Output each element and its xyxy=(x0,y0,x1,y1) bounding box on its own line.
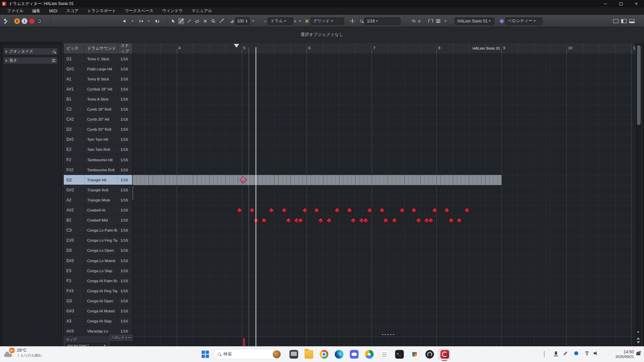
playhead-line[interactable] xyxy=(256,47,256,350)
auto-scroll-button[interactable] xyxy=(138,17,145,25)
drum-note[interactable] xyxy=(399,207,405,213)
drum-note[interactable] xyxy=(416,217,422,223)
row-sound[interactable]: Tambourine Hit xyxy=(85,155,118,165)
acoustic-feedback-button[interactable] xyxy=(121,17,129,25)
drum-row[interactable]: C2Cymb 18" Roll1/16 xyxy=(64,105,132,115)
length-section-header[interactable]: 長さ xyxy=(3,57,58,64)
taskbar-discord-button[interactable] xyxy=(350,350,359,359)
row-snap[interactable]: 1/16 xyxy=(118,306,132,316)
left-zone-toggle-icon[interactable] xyxy=(621,19,627,23)
drum-note[interactable] xyxy=(285,217,291,223)
dropdown-arrow-icon[interactable] xyxy=(131,20,133,22)
mute-tool[interactable] xyxy=(202,17,209,25)
double-arrow-icon[interactable]: » xyxy=(294,19,296,23)
drumstick-tool[interactable] xyxy=(177,17,185,25)
taskbar-notes-button[interactable] xyxy=(380,350,389,359)
taskbar-terminal-button[interactable] xyxy=(395,350,404,359)
row-sound[interactable]: Toms A Stick xyxy=(85,94,118,104)
row-sound[interactable]: Tambourine Roll xyxy=(85,165,118,175)
timeline-ruler[interactable]: HALion Sonic 01 4567891011 xyxy=(132,43,636,54)
snap-on-off-icon[interactable] xyxy=(305,19,309,23)
row-snap[interactable]: 1/16 xyxy=(118,105,132,114)
row-sound[interactable]: Tam Tam Roll xyxy=(85,145,118,155)
row-sound[interactable]: Conga Lo Open xyxy=(85,246,118,255)
line-tool[interactable] xyxy=(218,17,225,25)
drum-row[interactable]: E3Conga Lo Slap1/16 xyxy=(64,266,132,276)
solo-editor-button[interactable]: S xyxy=(14,18,20,24)
row-sound[interactable]: Triangle Roll xyxy=(85,185,118,195)
tray-app-button[interactable] xyxy=(574,351,578,355)
row-snap[interactable]: 1/16 xyxy=(118,316,132,326)
drum-row[interactable]: B1Toms A Stick1/16 xyxy=(64,94,132,104)
row-sound[interactable]: Cymb 18" Roll xyxy=(85,105,118,114)
drum-note[interactable] xyxy=(281,207,287,213)
drum-row[interactable]: G3Conga Hi Open1/16 xyxy=(64,296,132,306)
drum-note[interactable] xyxy=(261,217,267,223)
close-button[interactable]: × xyxy=(629,0,644,7)
taskbar-edge-button[interactable] xyxy=(334,350,344,359)
maximize-button[interactable] xyxy=(613,0,629,7)
row-snap[interactable]: 1/16 xyxy=(118,296,132,306)
drum-row[interactable]: B2Cowbell Mid1/16 xyxy=(64,216,132,226)
iterative-quantize-button[interactable]: % xyxy=(412,19,416,23)
drum-note[interactable] xyxy=(326,217,332,223)
row-sound[interactable]: Conga Lo Fing Tap xyxy=(85,236,118,245)
drum-note[interactable] xyxy=(464,207,470,213)
row-snap[interactable]: 1/16 xyxy=(118,246,132,255)
menu-item[interactable]: マニュアル xyxy=(187,7,216,14)
part-borders-icon[interactable] xyxy=(428,19,433,23)
drum-row[interactable]: G#2Triangle Roll1/16 xyxy=(64,185,132,195)
drum-note[interactable] xyxy=(379,207,385,213)
grid-layout-icon[interactable] xyxy=(613,19,619,23)
row-sound[interactable]: Triangle Mute xyxy=(85,195,118,205)
drum-note[interactable] xyxy=(318,217,324,223)
drum-note[interactable] xyxy=(428,217,434,223)
object-selection-tool[interactable] xyxy=(169,17,177,25)
start-button[interactable] xyxy=(201,350,210,359)
row-snap[interactable]: 1/16 xyxy=(118,64,132,74)
drum-row[interactable]: A#1Cymbal 18" Hit1/16 xyxy=(64,84,132,94)
row-snap[interactable]: 1/16 xyxy=(118,266,132,276)
note-grid[interactable] xyxy=(132,54,636,337)
erase-tool[interactable] xyxy=(194,17,201,25)
drum-row[interactable]: A3Conga Hi Slap1/16 xyxy=(64,316,132,326)
drum-row[interactable]: G2Triangle Hit1/16 xyxy=(64,175,132,185)
row-sound[interactable]: Cowbell Hi xyxy=(85,205,118,215)
row-snap[interactable]: 1/16 xyxy=(118,175,132,185)
row-sound[interactable]: Conga Hi Slap xyxy=(85,316,118,326)
drum-note[interactable] xyxy=(298,217,304,223)
zoom-out-icon[interactable] xyxy=(637,341,640,344)
row-snap[interactable]: 1/16 xyxy=(118,145,132,155)
dropdown-arrow-icon[interactable] xyxy=(299,20,301,22)
velocity-spinner[interactable] xyxy=(246,19,248,23)
pitch-column-header[interactable]: ピッチ xyxy=(64,43,85,54)
row-snap[interactable]: 1/16 xyxy=(118,286,132,296)
menu-item[interactable]: ワークスペース xyxy=(120,7,158,14)
zoom-in-icon[interactable] xyxy=(637,337,640,340)
drum-row[interactable]: G1Toms C Stick1/16 xyxy=(64,54,132,64)
drum-row[interactable]: D3Conga Lo Open1/16 xyxy=(64,246,132,256)
drum-row[interactable]: F#3Conga Hi Fing Tap1/16 xyxy=(64,286,132,296)
quantize-panel-button[interactable]: e xyxy=(418,19,421,23)
taskbar-chrome-button[interactable] xyxy=(319,350,329,359)
row-sound[interactable]: Toms B Stick xyxy=(85,74,118,84)
row-snap[interactable]: 1/16 xyxy=(118,256,132,265)
drum-note[interactable] xyxy=(334,207,340,213)
taskbar-cubase-button[interactable] xyxy=(440,350,449,359)
menu-item[interactable]: ファイル xyxy=(3,7,28,14)
drum-note[interactable] xyxy=(391,217,397,223)
cursor-handle-icon[interactable] xyxy=(234,44,239,48)
part-list-icon[interactable] xyxy=(436,19,440,23)
row-sound[interactable]: Conga Lo Palm Bass xyxy=(85,226,118,235)
scrollbar-thumb[interactable] xyxy=(637,45,641,125)
drum-row[interactable]: E2Tam Tam Roll1/16 xyxy=(64,145,132,155)
quantize-section-header[interactable]: クオンタイズ xyxy=(3,48,58,55)
row-sound[interactable]: Conga Hi Palm Bass xyxy=(85,276,118,286)
row-snap[interactable]: 1/16 xyxy=(118,236,132,245)
snap-type-icon[interactable] xyxy=(350,19,355,23)
row-sound[interactable]: Piatti Large Hit xyxy=(85,64,118,74)
drum-note[interactable] xyxy=(456,217,462,223)
tray-mic-button[interactable] xyxy=(555,351,557,355)
menu-item[interactable]: 編集 xyxy=(28,7,45,14)
drum-row[interactable]: F2Tambourine Hit1/16 xyxy=(64,155,132,165)
